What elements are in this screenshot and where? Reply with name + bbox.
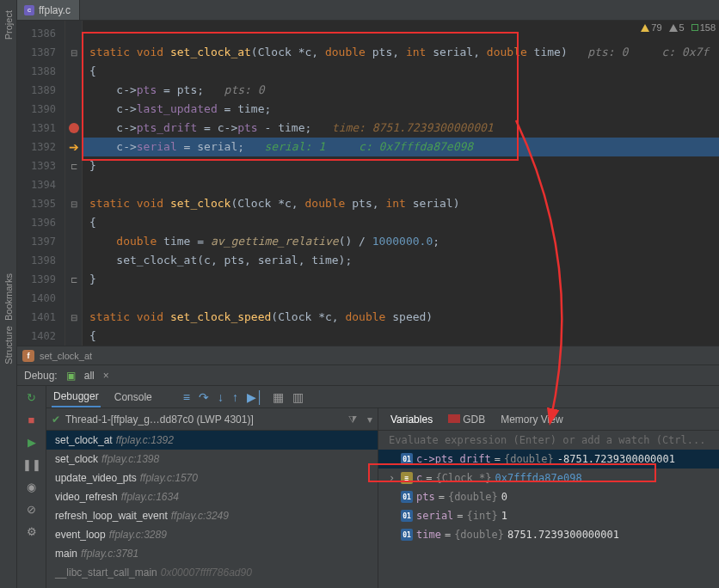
run-config-icon: ▣ xyxy=(66,370,76,382)
c-file-icon: c xyxy=(24,5,34,15)
fold-end-icon[interactable]: ⊏ xyxy=(71,162,77,171)
fold-icon[interactable]: ⊟ xyxy=(71,199,77,209)
step-over-icon[interactable]: ↷ xyxy=(199,390,209,404)
code-area[interactable]: static void set_clock_at(Clock *c, doubl… xyxy=(83,21,719,346)
debug-side-toolbar: ↻ ■ ▶ ❚❚ ◉ ⊘ ⚙ xyxy=(17,386,46,588)
fold-icon[interactable]: ⊟ xyxy=(71,313,77,322)
layout-icon[interactable]: ▥ xyxy=(292,390,304,404)
threads-icon[interactable]: ≡ xyxy=(183,390,190,404)
tab-ffplay-c[interactable]: c ffplay.c xyxy=(17,0,80,20)
variable-row[interactable]: 01 c->pts_drift = {double} -8751.7239300… xyxy=(378,450,719,469)
left-tool-strip: Project Bookmarks Structure xyxy=(0,0,17,588)
stack-frame[interactable]: refresh_loop_wait_event ffplay.c:3249 xyxy=(46,506,378,525)
prim-icon: 01 xyxy=(401,529,413,541)
stack-frame[interactable]: update_video_pts ffplay.c:1570 xyxy=(46,469,378,487)
execution-point-icon: ➔ xyxy=(69,141,79,153)
fold-icon[interactable]: ⊟ xyxy=(71,48,77,58)
gdb-icon xyxy=(448,414,460,423)
rerun-icon[interactable]: ↻ xyxy=(24,389,40,405)
breakpoint-icon[interactable] xyxy=(69,123,79,133)
stack-frame[interactable]: event_loop ffplay.c:3289 xyxy=(46,525,378,544)
evaluate-expression-input[interactable]: Evaluate expression (Enter) or add a wat… xyxy=(378,431,719,450)
step-into-icon[interactable]: ↓ xyxy=(218,390,224,404)
chevron-down-icon[interactable]: ▾ xyxy=(367,413,372,426)
view-breakpoints-icon[interactable]: ◉ xyxy=(24,479,40,494)
debug-panel: ↻ ■ ▶ ❚❚ ◉ ⊘ ⚙ Debugger Console ≡ ↷ ↓ ↑ … xyxy=(17,385,719,588)
editor-tab-bar: c ffplay.c xyxy=(17,0,719,21)
thread-name: Thread-1-[ffplay_g…dd87c0 (LWP 4301)] xyxy=(65,413,254,426)
bookmarks-tool-button[interactable]: Bookmarks xyxy=(3,273,14,321)
debug-label: Debug: xyxy=(24,370,58,382)
settings-icon[interactable]: ⚙ xyxy=(24,524,40,539)
obj-icon: ≡ xyxy=(401,472,413,484)
variable-row[interactable]: 01 time = {double} 8751.7239300000001 xyxy=(378,525,719,544)
fold-end-icon[interactable]: ⊏ xyxy=(71,275,77,285)
check-icon: ✔ xyxy=(52,413,60,426)
line-number-gutter[interactable]: 1386138713881389139013911392139313941395… xyxy=(17,21,65,346)
stack-frame[interactable]: set_clock_at ffplay.c:1392 xyxy=(46,431,378,450)
breadcrumb-function: set_clock_at xyxy=(40,351,92,361)
tab-label: ffplay.c xyxy=(39,4,71,16)
run-config-name[interactable]: all xyxy=(84,370,95,382)
tab-memory-view[interactable]: Memory View xyxy=(499,410,564,429)
code-editor[interactable]: 79 5 158 1386138713881389139013911392139… xyxy=(17,21,719,346)
tab-console[interactable]: Console xyxy=(113,388,154,407)
stack-frame[interactable]: __libc_start_call_main 0x00007ffff786ad9… xyxy=(46,563,378,582)
editor-scrollbar[interactable] xyxy=(709,0,719,20)
variable-row[interactable]: 01 serial = {int} 1 xyxy=(378,506,719,525)
stop-icon[interactable]: ■ xyxy=(24,412,40,427)
frames-pane: ✔ Thread-1-[ffplay_g…dd87c0 (LWP 4301)] … xyxy=(46,408,378,588)
thread-selector[interactable]: ✔ Thread-1-[ffplay_g…dd87c0 (LWP 4301)] … xyxy=(46,408,378,431)
tab-gdb[interactable]: GDB xyxy=(446,410,487,429)
variables-pane: Variables GDB Memory View Evaluate expre… xyxy=(378,408,719,588)
run-to-cursor-icon[interactable]: ▶│ xyxy=(247,390,264,404)
debug-tool-window-header: Debug: ▣ all × xyxy=(17,364,719,385)
variable-row[interactable]: ›≡ c = {Clock *} 0x7fffda87e098 xyxy=(378,469,719,487)
prim-icon: 01 xyxy=(401,510,413,522)
filter-icon[interactable]: ⧩ xyxy=(348,413,357,426)
frames-list[interactable]: set_clock_at ffplay.c:1392 set_clock ffp… xyxy=(46,431,378,588)
evaluate-icon[interactable]: ▦ xyxy=(273,390,284,404)
debug-tabs: Debugger Console ≡ ↷ ↓ ↑ ▶│ ▦ ▥ xyxy=(46,386,719,408)
mute-breakpoints-icon[interactable]: ⊘ xyxy=(24,501,40,517)
prim-icon: 01 xyxy=(401,453,413,465)
stack-frame[interactable]: set_clock ffplay.c:1398 xyxy=(46,450,378,469)
variable-row[interactable]: 01 pts = {double} 0 xyxy=(378,487,719,506)
stack-frame[interactable]: video_refresh ffplay.c:1634 xyxy=(46,487,378,506)
step-out-icon[interactable]: ↑ xyxy=(232,390,238,404)
expander-icon[interactable]: › xyxy=(389,472,397,484)
prim-icon: 01 xyxy=(401,491,413,503)
tab-variables[interactable]: Variables xyxy=(389,410,434,429)
function-icon: f xyxy=(22,350,34,362)
breadcrumb[interactable]: f set_clock_at xyxy=(17,346,719,364)
close-icon[interactable]: × xyxy=(103,370,109,382)
stack-frame[interactable]: main ffplay.c:3781 xyxy=(46,544,378,563)
variables-tabs: Variables GDB Memory View xyxy=(378,408,719,431)
tab-debugger[interactable]: Debugger xyxy=(52,387,101,407)
project-tool-button[interactable]: Project xyxy=(3,10,14,40)
structure-tool-button[interactable]: Structure xyxy=(3,326,14,364)
resume-icon[interactable]: ▶ xyxy=(24,434,40,450)
icon-gutter[interactable]: ⊟ ➔ ⊏ ⊟ ⊏ ⊟ xyxy=(65,21,83,346)
pause-icon[interactable]: ❚❚ xyxy=(24,456,40,472)
